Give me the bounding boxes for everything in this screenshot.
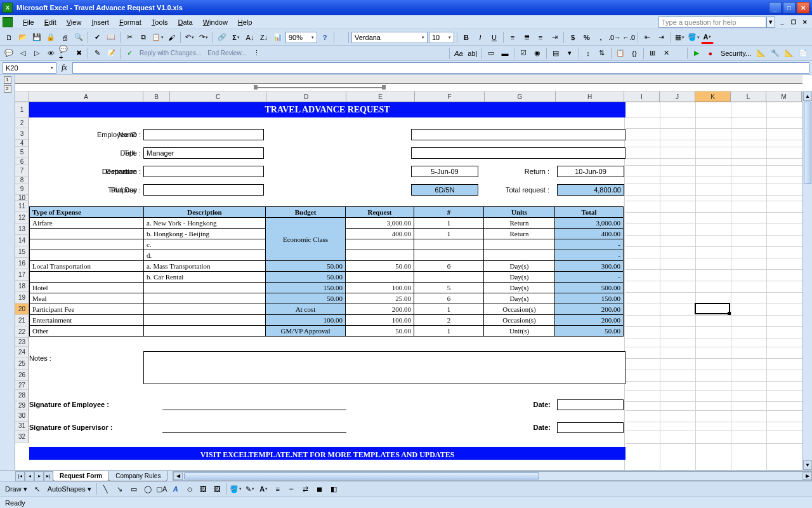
permission-icon[interactable]: 🔒 <box>44 31 57 44</box>
hyperlink-icon[interactable]: 🔗 <box>216 31 228 44</box>
arrow-icon[interactable]: ↘ <box>114 483 126 495</box>
next-comment-icon[interactable]: ▷ <box>30 47 43 60</box>
show-all-comments-icon[interactable]: 💬+ <box>58 47 71 60</box>
input-date-employee[interactable] <box>557 399 624 410</box>
decrease-indent-icon[interactable]: ⇤ <box>641 31 653 44</box>
row-header-5[interactable]: 5 <box>15 147 29 158</box>
fill-color-draw-icon[interactable]: 🪣▾ <box>230 483 242 495</box>
print-icon[interactable]: 🖨 <box>58 31 71 44</box>
cell-grid[interactable]: TRAVEL ADVANCE REQUEST Employee ID : Nam… <box>29 102 802 470</box>
label-icon[interactable]: Aa <box>452 47 465 60</box>
col-header-L[interactable]: L <box>731 91 766 102</box>
scrollbar-control-icon[interactable]: ↕ <box>582 47 594 60</box>
autosum-icon[interactable]: Σ▾ <box>230 31 242 44</box>
increase-decimal-icon[interactable]: .0→ <box>608 31 621 44</box>
outline-level-1[interactable]: 1 <box>4 76 11 84</box>
dash-style-icon[interactable]: ┄ <box>285 483 298 495</box>
outline-bar[interactable]: 1 2 <box>0 75 15 470</box>
spelling-icon[interactable]: ✔ <box>91 31 103 44</box>
vscroll-thumb[interactable] <box>804 102 811 184</box>
column-headers[interactable]: ABCDEFGHIJKLM <box>15 91 802 102</box>
row-header-9[interactable]: 9 <box>15 184 29 195</box>
draw-menu[interactable]: Draw ▾ <box>3 485 30 493</box>
tab-nav-last[interactable]: ▸| <box>44 471 53 481</box>
open-icon[interactable]: 📂 <box>16 31 29 44</box>
script-editor-icon[interactable]: 📄 <box>797 47 809 60</box>
help-dropdown[interactable]: ▾ <box>766 17 775 28</box>
fx-icon[interactable]: fx <box>59 63 70 72</box>
arrow-style-icon[interactable]: ⇄ <box>299 483 312 495</box>
row-header-10[interactable]: 10 <box>15 195 29 201</box>
cut-icon[interactable]: ✂ <box>123 31 136 44</box>
vb-editor-icon[interactable]: 📐 <box>755 47 768 60</box>
toggle-grid-icon[interactable]: ⊞ <box>646 47 659 60</box>
row-header-21[interactable]: 21 <box>15 315 29 326</box>
group-box-icon[interactable]: ▭ <box>485 47 497 60</box>
row-header-28[interactable]: 28 <box>15 390 29 401</box>
sort-asc-icon[interactable]: A↓ <box>244 31 256 44</box>
paste-icon[interactable]: 📋▾ <box>151 31 164 44</box>
security-link[interactable]: Security... <box>718 50 754 57</box>
track-changes-icon[interactable]: 📝 <box>105 47 117 60</box>
col-header-I[interactable]: I <box>624 91 660 102</box>
menu-insert[interactable]: Insert <box>86 17 114 27</box>
col-header-E[interactable]: E <box>346 91 415 102</box>
print-preview-icon[interactable]: 🔍 <box>72 31 85 44</box>
italic-icon[interactable]: I <box>474 31 487 44</box>
line-color-icon[interactable]: ✎▾ <box>244 483 256 495</box>
menu-data[interactable]: Data <box>173 17 197 27</box>
row-headers[interactable]: 1234567891011121314151617181920212223242… <box>15 102 29 470</box>
row-header-29[interactable]: 29 <box>15 401 29 410</box>
row-header-27[interactable]: 27 <box>15 381 29 390</box>
format-painter-icon[interactable]: 🖌 <box>165 31 178 44</box>
percent-icon[interactable]: % <box>580 31 593 44</box>
row-header-24[interactable]: 24 <box>15 347 29 358</box>
excel-doc-icon[interactable] <box>3 17 13 27</box>
row-header-32[interactable]: 32 <box>15 431 29 443</box>
col-header-G[interactable]: G <box>485 91 556 102</box>
input-departure[interactable]: 5-Jun-09 <box>411 166 478 177</box>
sheet-tab-company-rules[interactable]: Company Rules <box>108 471 167 481</box>
menu-format[interactable]: Format <box>114 17 147 27</box>
row-header-25[interactable]: 25 <box>15 358 29 370</box>
underline-icon[interactable]: U <box>488 31 501 44</box>
row-header-2[interactable]: 2 <box>15 117 29 128</box>
col-header-H[interactable]: H <box>556 91 624 102</box>
minimize-button[interactable]: _ <box>769 2 782 13</box>
wordart-icon[interactable]: A <box>169 483 182 495</box>
show-comment-icon[interactable]: 👁 <box>44 47 57 60</box>
row-header-23[interactable]: 23 <box>15 338 29 347</box>
close-button[interactable]: ✕ <box>797 2 809 13</box>
menu-help[interactable]: Help <box>233 17 258 27</box>
row-header-13[interactable]: 13 <box>15 224 29 235</box>
scroll-up-icon[interactable]: ▲ <box>803 91 812 101</box>
3d-icon[interactable]: ◧ <box>327 483 340 495</box>
prev-comment-icon[interactable]: ◁ <box>16 47 29 60</box>
row-header-16[interactable]: 16 <box>15 258 29 269</box>
shadow-icon[interactable]: ◼ <box>313 483 326 495</box>
help-icon[interactable]: ? <box>318 31 331 44</box>
align-right-icon[interactable]: ≡ <box>534 31 547 44</box>
record-macro-icon[interactable]: ● <box>704 47 717 60</box>
row-header-30[interactable]: 30 <box>15 410 29 422</box>
menu-view[interactable]: View <box>62 17 87 27</box>
design-mode-icon[interactable]: 📐 <box>783 47 796 60</box>
col-header-D[interactable]: D <box>266 91 346 102</box>
row-header-6[interactable]: 6 <box>15 158 29 165</box>
toolbar-options-icon[interactable]: ⋮ <box>250 47 263 60</box>
col-header-A[interactable]: A <box>29 91 143 102</box>
sheet-tab-request-form[interactable]: Request Form <box>53 471 109 481</box>
help-search-input[interactable]: Type a question for help <box>658 17 766 28</box>
save-icon[interactable]: 💾 <box>30 31 43 44</box>
input-title[interactable]: Manager <box>143 147 264 159</box>
code-icon[interactable]: {} <box>628 47 641 60</box>
rectangle-icon[interactable]: ▭ <box>128 483 140 495</box>
fill-color-icon[interactable]: 🪣▾ <box>687 31 700 44</box>
merge-center-icon[interactable]: ⇥ <box>548 31 561 44</box>
row-header-20[interactable]: 20 <box>15 304 29 315</box>
col-header-J[interactable]: J <box>660 91 695 102</box>
select-objects-icon[interactable]: ↖ <box>31 483 44 495</box>
expense-table[interactable]: Type of ExpenseDescriptionBudgetRequest#… <box>29 206 624 337</box>
scroll-left-icon[interactable]: ◀ <box>173 472 183 480</box>
row-header-corner[interactable] <box>15 91 29 102</box>
